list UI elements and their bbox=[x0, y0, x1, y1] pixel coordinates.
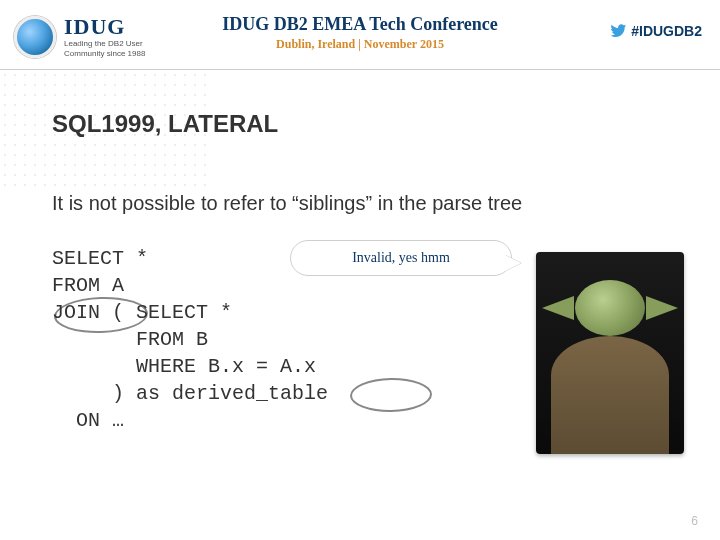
code-line-6: ) as derived_table bbox=[52, 382, 328, 405]
slide-content: SQL1999, LATERAL It is not possible to r… bbox=[0, 110, 720, 434]
slide-body-text: It is not possible to refer to “siblings… bbox=[52, 192, 720, 215]
hashtag: #IDUGDB2 bbox=[609, 22, 702, 40]
code-line-1: SELECT * bbox=[52, 247, 148, 270]
slide-header: IDUG Leading the DB2 User Community sinc… bbox=[0, 0, 720, 70]
slide-title: SQL1999, LATERAL bbox=[52, 110, 720, 138]
code-line-7: ON … bbox=[52, 409, 124, 432]
code-line-5: WHERE B.x = A.x bbox=[52, 355, 316, 378]
code-block: SELECT * FROM A JOIN ( SELECT * FROM B W… bbox=[52, 245, 720, 434]
hashtag-text: #IDUGDB2 bbox=[631, 23, 702, 39]
page-number: 6 bbox=[691, 514, 698, 528]
twitter-icon bbox=[609, 22, 627, 40]
code-line-2: FROM A bbox=[52, 274, 124, 297]
code-line-4: FROM B bbox=[52, 328, 208, 351]
code-line-3: JOIN ( SELECT * bbox=[52, 301, 232, 324]
